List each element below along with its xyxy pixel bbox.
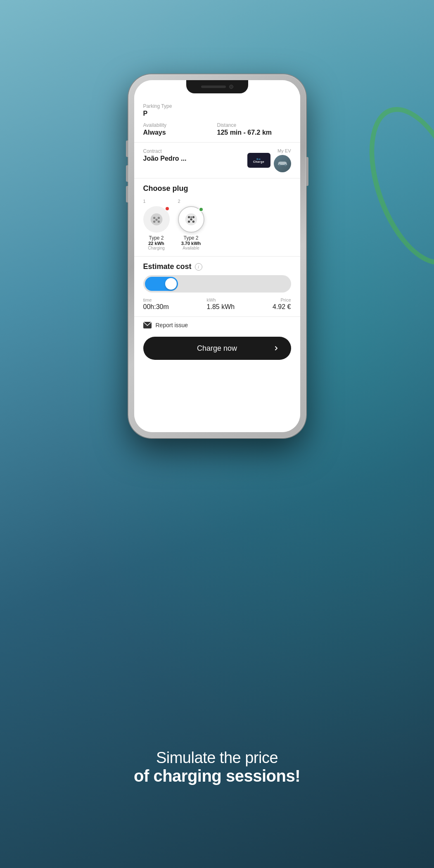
phone-screen: Parking Type P Availability Always Dista… [134,80,300,432]
plug-1-circle [143,206,170,233]
availability-distance-row: Availability Always Distance 125 min - 6… [143,122,291,136]
availability-value: Always [143,129,217,136]
my-ev-group: My EV [274,148,291,172]
kwh-value: 1.85 kWh [207,303,235,311]
svg-point-12 [187,221,190,223]
kwh-col: kWh 1.85 kWh [207,297,235,311]
report-text[interactable]: Report issue [156,322,188,328]
charge-now-label: Charge now [163,344,271,353]
phone-frame: Parking Type P Availability Always Dista… [128,74,306,438]
bottom-text-line2: of charging sessions! [0,767,434,785]
toggle-track[interactable] [145,277,178,291]
envelope-icon [143,322,152,328]
plug-1-dot [165,206,170,211]
plug-2-icon [184,212,199,227]
svg-point-3 [153,217,155,219]
plug-2-dot [199,207,204,212]
plug-1-power: 22 kWh [148,241,164,246]
plug-1-item[interactable]: 1 [143,199,170,250]
speaker [201,86,226,88]
parking-type-label: Parking Type [143,103,291,109]
charge-now-button[interactable]: Charge now [143,337,291,360]
time-label: time [143,297,169,302]
toggle-bar [143,275,291,293]
svg-point-13 [192,221,194,223]
price-col: Price 4.92 € [273,297,291,311]
bottom-text-block: Simulate the price of charging sessions! [0,749,434,785]
report-section: Report issue [134,317,300,333]
charge-btn-wrapper: Charge now [134,333,300,368]
plug-1-status: Charging [148,246,165,250]
choose-plug-section: Choose plug 1 [134,178,300,257]
availability-col: Availability Always [143,122,217,136]
svg-point-1 [284,164,286,166]
contract-badge-inner: Go Charge [253,158,264,163]
contract-right-group: Go Charge My EV [247,148,291,172]
plug-2-status: Available [183,246,199,250]
kwh-label: kWh [207,297,235,302]
distance-value: 125 min - 67.2 km [217,129,291,136]
camera [229,85,233,89]
time-col: time 00h:30m [143,297,169,311]
time-value: 00h:30m [143,303,169,311]
distance-label: Distance [217,122,291,128]
contract-left: Contract João Pedro ... [143,148,187,162]
bottom-text-line1: Simulate the price [0,749,434,767]
phone-notch [186,80,248,93]
screen-content: Parking Type P Availability Always Dista… [134,80,300,432]
info-icon[interactable]: i [195,263,202,271]
plug-1-icon [149,212,164,227]
toggle-thumb [165,278,177,290]
estimate-values: time 00h:30m kWh 1.85 kWh Price 4.92 € [143,297,291,311]
choose-plug-title: Choose plug [143,184,291,193]
car-avatar [274,155,291,172]
charge-text: Charge [253,160,264,163]
plug-2-circle [178,206,204,233]
plug-2-item[interactable]: 2 [178,199,204,250]
estimate-cost-section: Estimate cost i time 00h:30m [134,257,300,317]
svg-point-9 [187,216,190,218]
plug-2-number: 2 [178,199,180,204]
svg-point-4 [157,217,159,219]
price-label: Price [273,297,291,302]
plugs-row: 1 [143,199,291,250]
svg-point-0 [278,164,280,166]
plug-2-power: 3.70 kWh [181,241,201,246]
availability-label: Availability [143,122,217,128]
chevron-icon [271,343,281,353]
parking-type-value: P [143,110,291,117]
plug-1-type: Type 2 [149,235,164,241]
phone-mockup: Parking Type P Availability Always Dista… [128,74,306,438]
contract-label: Contract [143,148,187,154]
estimate-cost-title: Estimate cost [143,262,192,271]
distance-col: Distance 125 min - 67.2 km [217,122,291,136]
my-ev-label: My EV [277,148,291,153]
contract-badge: Go Charge [247,153,270,168]
svg-point-7 [155,219,157,221]
contract-section: Contract João Pedro ... Go Charge [134,143,300,178]
svg-point-5 [153,221,155,223]
plug-1-number: 1 [143,199,146,204]
svg-point-10 [192,216,194,218]
car-icon [276,159,289,168]
plug-2-type: Type 2 [183,235,198,241]
estimate-header: Estimate cost i [143,262,291,271]
svg-point-6 [157,221,159,223]
svg-point-14 [190,216,192,218]
email-icon [143,322,152,328]
parking-section: Parking Type P Availability Always Dista… [134,97,300,143]
price-value: 4.92 € [273,303,291,311]
contract-name: João Pedro ... [143,155,187,162]
svg-point-11 [190,218,192,220]
